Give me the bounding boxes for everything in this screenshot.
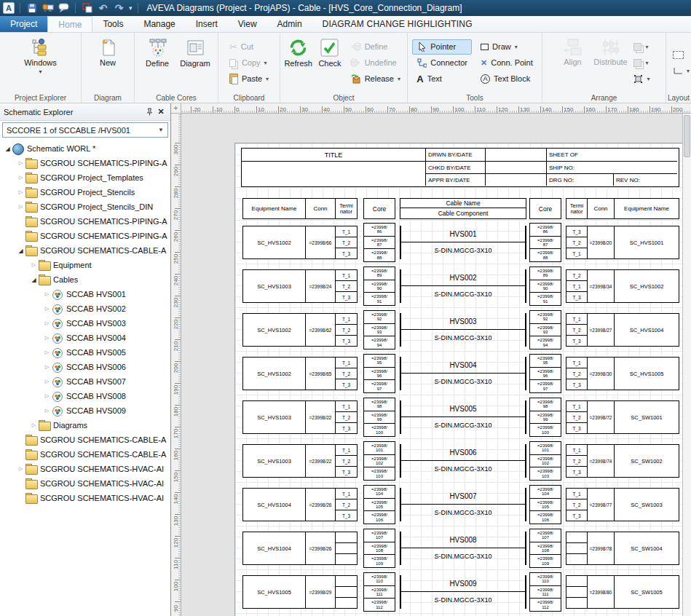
cable-box[interactable]: HVS006 S-DIN.MGCG-3X10 xyxy=(400,444,526,478)
right-cores-box[interactable]: =23998/ 101 =23998/ 102 =23998/ 103 xyxy=(529,441,561,481)
bring-forward-button[interactable]: ▾ xyxy=(629,39,654,55)
tree-expander-icon[interactable]: ◢ xyxy=(3,146,12,152)
new-diagram-button[interactable]: New xyxy=(89,35,127,90)
tree-expander-icon[interactable]: ◢ xyxy=(16,248,25,254)
pin-icon[interactable] xyxy=(143,106,155,118)
layout-corner-button[interactable]: ▾ xyxy=(668,63,691,79)
tree-item[interactable]: ▷ SCCAB HVS007 xyxy=(0,374,170,389)
left-cores-box[interactable]: =23998/ 110 =23998/ 111 =23998/ 112 xyxy=(363,572,395,612)
tree-item[interactable]: ▷ SCGROU SCHEMATICS-HVAC-AI xyxy=(0,462,170,476)
right-equipment-box[interactable]: T_1 T_2 T_3 =23998/77 SC_SW1003 xyxy=(566,488,679,521)
text-block-tool-button[interactable]: A Text Block xyxy=(476,71,537,87)
tree-expander-icon[interactable]: ▷ xyxy=(42,335,52,341)
object-undefine-button[interactable]: Undefine xyxy=(346,55,405,71)
tree-expander-icon[interactable]: ▷ xyxy=(42,291,52,297)
left-equipment-box[interactable]: SC_HVS1003 =23998/24 T_1 T_2 T_3 xyxy=(242,269,358,303)
right-equipment-box[interactable]: T_2 T_1 T_3 =23998/34 SC_HVS1002 xyxy=(566,269,679,303)
right-equipment-box[interactable]: T_3 T_2 T_1 =23998/20 SC_HVS1001 xyxy=(566,226,679,259)
left-cores-box[interactable]: =23998/ 89 =23998/ 90 =23998/ 91 xyxy=(363,266,395,306)
tree-expander-icon[interactable]: ▷ xyxy=(42,408,52,414)
qat-dropdown-icon[interactable]: ▾ xyxy=(129,4,133,12)
cable-box[interactable]: HVS009 S-DIN.MGCG-3X10 xyxy=(400,575,526,609)
tree-item[interactable]: ▷ SCCAB HVS006 xyxy=(0,360,170,374)
tree-item[interactable]: ▷ SCCAB HVS001 xyxy=(0,287,170,301)
tree-item[interactable]: ▷ SCGROU Project_Stencils_DIN xyxy=(0,200,170,214)
tree-item[interactable]: ▷ SCCAB HVS005 xyxy=(0,345,170,360)
vertical-scrollbar[interactable] xyxy=(682,114,691,616)
tab-project[interactable]: Project xyxy=(0,16,47,32)
connection-row[interactable]: SC_HVS1003 =23998/22 T_1 T_2 T_3 =23998/… xyxy=(242,400,679,434)
comment-icon[interactable] xyxy=(58,2,70,15)
send-backward-button[interactable]: ▾ xyxy=(629,55,654,71)
refresh-button[interactable]: Refresh xyxy=(283,35,314,90)
app-logo-icon[interactable]: A xyxy=(3,2,15,14)
tree-item[interactable]: SCGROU SCHEMATICS-PIPING-A xyxy=(0,229,170,243)
tree-item[interactable]: SCGROU SCHEMATICS-HVAC-AI xyxy=(0,476,170,491)
tree-item[interactable]: ▷ SCGROU SCHEMATICS-PIPING-A xyxy=(0,156,170,170)
tree-item[interactable]: SCGROU SCHEMATICS-PIPING-A xyxy=(0,214,170,229)
tree-item[interactable]: ◢ SCGROU SCHEMATICS-CABLE-A xyxy=(0,243,170,258)
tree-expander-icon[interactable]: ▷ xyxy=(16,466,25,472)
tree-item[interactable]: ▷ SCCAB HVS002 xyxy=(0,301,170,316)
paste-special-icon[interactable] xyxy=(81,2,93,15)
right-cores-box[interactable]: =23998/ 95 =23998/ 96 =23998/ 97 xyxy=(529,354,561,393)
text-tool-button[interactable]: A Text xyxy=(412,71,472,87)
tree-expander-icon[interactable]: ▷ xyxy=(16,175,25,181)
right-cores-box[interactable]: =23998/ 110 =23998/ 111 =23998/ 112 xyxy=(529,572,561,612)
scrollbar-thumb[interactable] xyxy=(684,115,690,157)
scope-selector-dropdown[interactable]: SCCORE 1 of SCCABLE /HVS001 ▼ xyxy=(2,122,168,138)
windows-button[interactable]: Windows ▾ xyxy=(22,35,60,90)
right-equipment-box[interactable]: T_1 T_2 T_3 =23998/30 SC_HVS1005 xyxy=(566,357,679,390)
tab-diagram-change-highlighting[interactable]: DIAGRAM CHANGE HIGHLIGHTING xyxy=(312,16,483,32)
left-equipment-box[interactable]: SC_HVS1004 =23998/26 T_1 T_2 T_3 xyxy=(242,488,358,521)
cable-box[interactable]: HVS004 S-DIN.MGCG-3X10 xyxy=(400,357,526,390)
layout-region-button[interactable] xyxy=(668,47,691,63)
right-cores-box[interactable]: =23998/ 104 =23998/ 105 =23998/ 106 xyxy=(529,485,561,524)
tree-item[interactable]: ◢ Schematic WORL * xyxy=(0,141,170,156)
cable-box[interactable]: HVS003 S-DIN.MGCG-3X10 xyxy=(400,313,526,347)
tree-expander-icon[interactable]: ▷ xyxy=(42,306,52,312)
left-cores-box[interactable]: =23998/ 95 =23998/ 96 =23998/ 97 xyxy=(363,354,395,393)
conn-point-tool-button[interactable]: ✕ Conn. Point xyxy=(476,55,537,71)
left-cores-box[interactable]: =23998/ 98 =23998/ 99 =23998/ 100 xyxy=(363,398,395,437)
tree-item[interactable]: SCGROU SCHEMATICS-CABLE-A xyxy=(0,433,170,447)
paste-button[interactable]: Paste ▾ xyxy=(225,71,273,87)
tab-tools[interactable]: Tools xyxy=(92,16,133,32)
tree-item[interactable]: ▷ Diagrams xyxy=(0,418,170,433)
connection-row[interactable]: SC_HVS1002 =23998/65 T_1 T_2 T_3 =23998/… xyxy=(242,357,679,390)
right-cores-box[interactable]: =23998/ 86 =23998/ 87 =23998/ 88 xyxy=(529,223,561,262)
connection-row[interactable]: SC_HVS1002 =23998/66 T_1 T_2 T_3 =23998/… xyxy=(242,226,679,259)
group-objects-button[interactable]: ▾ xyxy=(629,71,654,87)
connection-row[interactable]: SC_HVS1005 =23998/29 =23998/ 110 =23998/… xyxy=(242,575,679,609)
left-equipment-box[interactable]: SC_HVS1003 =23998/22 T_1 T_2 T_3 xyxy=(242,400,358,434)
tree-item[interactable]: SCGROU SCHEMATICS-HVAC-AI xyxy=(0,491,170,505)
copy-button[interactable]: Copy ▾ xyxy=(225,55,273,71)
right-equipment-box[interactable]: T_1 T_2 T_3 =23998/74 SC_SW1002 xyxy=(566,444,679,478)
left-equipment-box[interactable]: SC_HVS1004 =23998/26 xyxy=(242,532,358,565)
object-define-button[interactable]: Define xyxy=(346,39,405,55)
left-cores-box[interactable]: =23998/ 101 =23998/ 102 =23998/ 103 xyxy=(363,441,395,481)
tree-item[interactable]: ▷ SCCAB HVS004 xyxy=(0,331,170,345)
connector-tool-button[interactable]: Connector xyxy=(412,55,472,71)
tree-item[interactable]: ▷ SCCAB HVS003 xyxy=(0,316,170,331)
tree-expander-icon[interactable]: ▷ xyxy=(29,422,39,428)
check-button[interactable]: Check xyxy=(314,35,345,90)
tab-admin[interactable]: Admin xyxy=(267,16,312,32)
connection-row[interactable]: SC_HVS1002 =23998/62 T_1 T_2 T_3 =23998/… xyxy=(242,313,679,347)
right-equipment-box[interactable]: =23998/78 SC_SW1004 xyxy=(566,532,679,565)
tree-item[interactable]: ▷ Equipment xyxy=(0,258,170,272)
connection-row[interactable]: SC_HVS1003 =23998/24 T_1 T_2 T_3 =23998/… xyxy=(242,269,679,303)
tree-expander-icon[interactable]: ▷ xyxy=(42,393,52,399)
right-equipment-box[interactable]: T_1 T_2 T_3 =23998/72 SC_SW1001 xyxy=(566,400,679,434)
tab-insert[interactable]: Insert xyxy=(186,16,228,32)
right-equipment-box[interactable]: =23998/80 SC_SW1005 xyxy=(566,575,679,609)
tab-view[interactable]: View xyxy=(228,16,267,32)
tree-item[interactable]: ▷ SCGROU Project_Stencils xyxy=(0,185,170,200)
left-cores-box[interactable]: =23998/ 86 =23998/ 87 =23998/ 88 xyxy=(363,223,395,262)
right-cores-box[interactable]: =23998/ 89 =23998/ 90 =23998/ 91 xyxy=(529,266,561,306)
left-cores-box[interactable]: =23998/ 104 =23998/ 105 =23998/ 106 xyxy=(363,485,395,524)
tree-expander-icon[interactable]: ▷ xyxy=(16,189,25,195)
left-equipment-box[interactable]: SC_HVS1003 =23998/22 T_1 T_2 T_3 xyxy=(242,444,358,478)
right-cores-box[interactable]: =23998/ 92 =23998/ 93 =23998/ 94 xyxy=(529,310,561,350)
tree-item[interactable]: ▷ SCCAB HVS009 xyxy=(0,403,170,418)
